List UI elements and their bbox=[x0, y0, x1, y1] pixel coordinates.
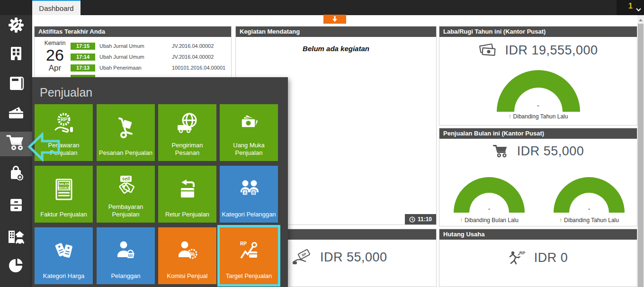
tile-uang-muka-penjualan[interactable]: Uang Muka Penjualan bbox=[220, 104, 278, 161]
tile-retur-penjualan[interactable]: Retur Penjualan bbox=[158, 166, 216, 223]
journal-book-icon bbox=[8, 75, 25, 94]
svg-text:A: A bbox=[243, 190, 246, 195]
clock-badge: 11:10 bbox=[405, 214, 436, 224]
purchases-bag-plus-icon bbox=[8, 165, 25, 184]
tile-pembayaran-penjualan[interactable]: sell Pembayaran Penjualan bbox=[97, 166, 155, 223]
price-tags-icon bbox=[35, 227, 93, 272]
profit-amount: IDR 19,555,000 bbox=[505, 43, 598, 58]
panel-profit-title: Laba/Rugi Tahun ini (Kantor Pusat) bbox=[439, 27, 637, 37]
tab-dashboard-label: Dashboard bbox=[39, 4, 73, 12]
app-window: Dashboard 1 bbox=[0, 0, 644, 287]
up-arrow-icon: ↑ bbox=[509, 113, 511, 120]
payable-amount: IDR 0 bbox=[534, 251, 568, 265]
svg-text:sell: sell bbox=[122, 176, 130, 181]
panel-activities-title: Aktifitas Terakhir Anda bbox=[35, 27, 231, 37]
activity-row[interactable]: 17:14 Ubah Jurnal Umum JV.2016.04.00002 bbox=[71, 53, 214, 61]
activity-date-relative: Kemarin bbox=[40, 40, 70, 46]
activity-date-day: 26 bbox=[40, 46, 70, 63]
tile-pengiriman-pesanan[interactable]: Pengiriman Pesanan bbox=[158, 104, 216, 161]
tile-label: Penawaran Penjualan bbox=[35, 142, 93, 161]
sidebar-item-company[interactable] bbox=[0, 41, 32, 68]
inventory-drawers-icon bbox=[8, 197, 24, 215]
payable-amount-row: RP IDR 0 bbox=[439, 249, 637, 266]
tile-label: Faktur Penjualan bbox=[35, 211, 93, 223]
sidebar-item-purchases[interactable] bbox=[0, 161, 32, 188]
tile-label: Target Penjualan bbox=[220, 272, 278, 284]
scrollbar-thumb[interactable] bbox=[638, 24, 644, 287]
hand-truck-icon bbox=[97, 104, 155, 149]
sell-tags-icon: sell bbox=[97, 166, 155, 203]
scrollbar-up-arrow-icon[interactable] bbox=[637, 17, 644, 23]
svg-text:%: % bbox=[189, 251, 195, 257]
fixed-assets-building-house-car-icon bbox=[7, 229, 26, 247]
sales-gauge-month-caption: ↑Dibanding Bulan Lalu bbox=[454, 217, 525, 224]
two-people-ab-icon: A B bbox=[220, 166, 278, 211]
tile-penawaran-penjualan[interactable]: RP Penawaran Penjualan bbox=[35, 104, 93, 161]
activity-action: Ubah Penerimaan bbox=[99, 65, 172, 71]
rp-target-trend-icon: RP bbox=[220, 227, 278, 272]
activity-time-badge: 17:15 bbox=[71, 43, 95, 50]
tile-target-penjualan[interactable]: RP Target Penjualan bbox=[220, 227, 278, 284]
money-notes-icon bbox=[478, 43, 497, 58]
tab-dashboard[interactable]: Dashboard bbox=[32, 0, 80, 15]
sidebar-item-cash-bank[interactable] bbox=[0, 100, 32, 127]
activity-doc-number: JV.2016.04.00002 bbox=[172, 43, 214, 49]
tile-label: Uang Muka Penjualan bbox=[220, 142, 278, 161]
sidebar-item-inventory[interactable] bbox=[0, 193, 32, 219]
sales-invoice-doc-icon: SALES INVOICE bbox=[35, 166, 93, 211]
tile-label: Pelanggan bbox=[97, 272, 155, 284]
activity-time-badge: 17:14 bbox=[71, 54, 95, 61]
notification-count[interactable]: 1 bbox=[628, 2, 633, 10]
panel-sales-month: Penjualan Bulan ini (Kantor Pusat) IDR 5… bbox=[439, 128, 637, 226]
tile-pesanan-penjualan[interactable]: Pesanan Penjualan bbox=[97, 104, 155, 161]
tile-label: Pesanan Penjualan bbox=[97, 149, 155, 161]
activity-action: Ubah Jurnal Umum bbox=[99, 54, 172, 60]
chevron-down-icon[interactable] bbox=[636, 8, 641, 12]
activity-row[interactable]: 17:15 Ubah Jurnal Umum JV.2016.04.00002 bbox=[71, 42, 214, 50]
tile-pelanggan[interactable]: Pelanggan bbox=[97, 227, 155, 284]
tile-kategori-harga[interactable]: Kategori Harga bbox=[35, 227, 93, 284]
person-basket-icon bbox=[97, 227, 155, 272]
activity-doc-number: JV.2016.04.00002 bbox=[172, 54, 214, 60]
tile-label: Pengiriman Pesanan bbox=[158, 142, 216, 161]
sales-gauge-year-value: - bbox=[554, 205, 625, 213]
settings-gear-wrench-icon bbox=[7, 16, 25, 36]
tile-komisi-penjual[interactable]: % Komisi Penjual bbox=[158, 227, 216, 284]
svg-text:B: B bbox=[252, 190, 255, 195]
sales-menu-overlay: Penjualan RP Penawaran Penjualan bbox=[32, 77, 288, 287]
vertical-scrollbar[interactable] bbox=[637, 15, 644, 287]
company-building-icon bbox=[8, 45, 24, 63]
up-arrow-icon: ↑ bbox=[559, 217, 562, 224]
svg-text:RP: RP bbox=[61, 117, 67, 122]
svg-text:SALES: SALES bbox=[59, 182, 69, 186]
tile-kategori-pelanggan[interactable]: A B Kategori Pelanggan bbox=[220, 166, 278, 223]
rp-seal-hand-icon: RP bbox=[35, 104, 93, 142]
activity-action: Ubah Jurnal Umum bbox=[99, 43, 172, 49]
panel-payable-title: Hutang Usaha bbox=[439, 229, 637, 240]
sidebar-item-settings[interactable] bbox=[0, 13, 32, 39]
svg-text:RP: RP bbox=[240, 241, 247, 246]
money-fan-icon bbox=[220, 104, 278, 142]
upcoming-empty-text: Belum ada kegiatan bbox=[236, 45, 436, 53]
receivable-amount: IDR 55,000 bbox=[320, 250, 387, 265]
sales-cart-icon bbox=[6, 134, 27, 153]
tile-faktur-penjualan[interactable]: SALES INVOICE Faktur Penjualan bbox=[35, 166, 93, 223]
activity-row[interactable]: 17:13 Ubah Penerimaan 100101.2016.04.000… bbox=[71, 64, 225, 72]
sidebar-item-reports[interactable] bbox=[0, 253, 32, 279]
up-arrow-icon: ↑ bbox=[460, 217, 463, 224]
running-person-rp-icon: RP bbox=[509, 249, 527, 266]
sales-menu-title: Penjualan bbox=[40, 86, 92, 99]
sidebar-item-fixed-assets[interactable] bbox=[0, 224, 32, 251]
sales-gauge-month-value: - bbox=[454, 205, 525, 213]
return-card-arrow-icon bbox=[158, 166, 216, 211]
sales-month-amount: IDR 55,000 bbox=[517, 144, 584, 159]
collapse-down-button[interactable] bbox=[323, 15, 346, 24]
sidebar-item-journals[interactable] bbox=[0, 71, 32, 98]
sales-month-amount-row: IDR 55,000 bbox=[439, 144, 637, 159]
sidebar-item-sales[interactable] bbox=[0, 130, 32, 157]
panel-upcoming-title: Kegiatan Mendatang bbox=[236, 27, 436, 37]
tile-label: Retur Penjualan bbox=[158, 211, 216, 223]
cart-icon bbox=[492, 144, 510, 159]
activity-doc-number: 100101.2016.04.00001 bbox=[172, 65, 225, 71]
panel-payable: Hutang Usaha RP IDR 0 bbox=[439, 229, 637, 287]
